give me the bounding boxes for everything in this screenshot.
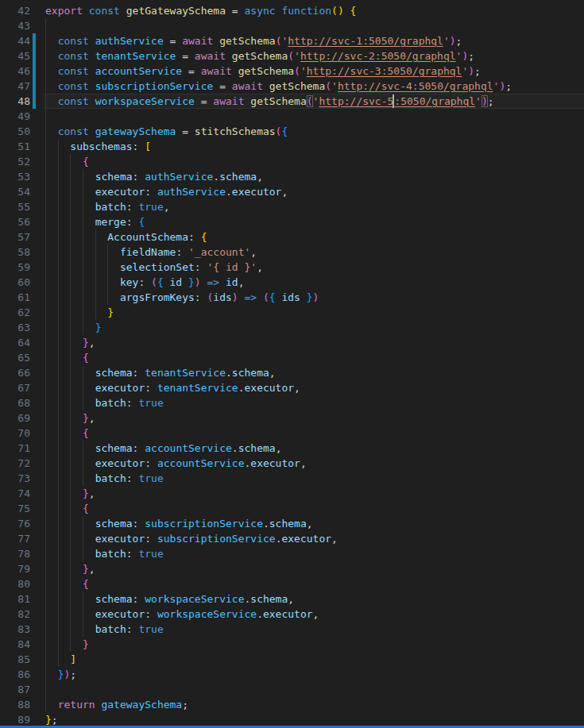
line-number[interactable]: 83 [0,622,44,637]
line-number[interactable]: 65 [0,350,44,365]
line-number[interactable]: 71 [0,441,44,456]
code-line[interactable]: 43 [0,18,584,33]
code-line[interactable]: 49 [0,109,584,124]
code-line[interactable]: 48 const workspaceService = await getSch… [0,94,584,109]
code-editor[interactable]: 42export const getGatewaySchema = async … [0,0,584,728]
code-line[interactable]: 50 const gatewaySchema = stitchSchemas({ [0,124,584,139]
line-number[interactable]: 50 [0,124,44,139]
code-line[interactable]: 64 }, [0,335,584,350]
line-number[interactable]: 87 [0,682,44,697]
line-number[interactable]: 49 [0,109,44,124]
code-line[interactable]: 68 batch: true [0,395,584,410]
url-link-text[interactable]: http://svc-5 [319,95,393,107]
line-number[interactable]: 44 [0,33,44,48]
code-line[interactable]: 83 batch: true [0,622,584,637]
line-number[interactable]: 46 [0,64,44,79]
code-line[interactable]: 80 { [0,576,584,591]
line-number[interactable]: 42 [0,3,44,18]
code-line[interactable]: 85 ] [0,652,584,667]
line-number[interactable]: 68 [0,395,44,410]
line-number[interactable]: 53 [0,169,44,184]
line-number[interactable]: 84 [0,637,44,652]
code-line[interactable]: 46 const accountService = await getSchem… [0,64,584,79]
code-line[interactable]: 44 const authService = await getSchema('… [0,33,584,48]
code-line[interactable]: 81 schema: workspaceService.schema, [0,591,584,607]
line-number[interactable]: 62 [0,305,44,320]
gutter-modified-indicator[interactable] [33,94,36,109]
gutter-modified-indicator[interactable] [33,64,36,79]
code-line[interactable]: 78 batch: true [0,546,584,561]
line-number[interactable]: 76 [0,516,44,531]
code-line[interactable]: 62 } [0,305,584,320]
line-number[interactable]: 61 [0,290,44,305]
line-number[interactable]: 88 [0,697,44,712]
line-number[interactable]: 59 [0,260,44,275]
code-line[interactable]: 57 AccountSchema: { [0,229,584,245]
gutter-modified-indicator[interactable] [33,48,36,64]
line-number[interactable]: 56 [0,214,44,229]
code-line[interactable]: 79 }, [0,561,584,576]
url-link-text[interactable]: http://svc-2:5050/graphql [300,50,456,62]
line-number[interactable]: 55 [0,199,44,214]
code-line[interactable]: 71 schema: accountService.schema, [0,441,584,456]
line-number[interactable]: 77 [0,531,44,546]
code-line[interactable]: 53 schema: authService.schema, [0,169,584,184]
line-number[interactable]: 52 [0,154,44,169]
line-number[interactable]: 43 [0,18,44,33]
code-line[interactable]: 87 [0,682,584,697]
line-number[interactable]: 66 [0,365,44,380]
line-number[interactable]: 85 [0,652,44,667]
code-line[interactable]: 66 schema: tenantService.schema, [0,365,584,380]
line-number[interactable]: 45 [0,48,44,64]
line-number[interactable]: 78 [0,546,44,561]
line-number[interactable]: 73 [0,471,44,486]
code-line[interactable]: 45 const tenantService = await getSchema… [0,48,584,64]
code-line[interactable]: 42export const getGatewaySchema = async … [0,3,584,18]
line-number[interactable]: 81 [0,591,44,607]
code-line[interactable]: 73 batch: true [0,471,584,486]
code-line[interactable]: 84 } [0,637,584,652]
line-number[interactable]: 80 [0,576,44,591]
line-number[interactable]: 67 [0,380,44,395]
line-number[interactable]: 82 [0,607,44,622]
line-number[interactable]: 57 [0,229,44,245]
line-number[interactable]: 75 [0,501,44,516]
line-number[interactable]: 51 [0,139,44,154]
code-line[interactable]: 58 fieldName: '_account', [0,245,584,260]
code-line[interactable]: 51 subschemas: [ [0,139,584,154]
line-number[interactable]: 63 [0,320,44,335]
code-line[interactable]: 70 { [0,426,584,441]
line-number[interactable]: 58 [0,245,44,260]
code-line[interactable]: 55 batch: true, [0,199,584,214]
url-link-text[interactable]: http://svc-4:5050/graphql [338,80,493,92]
code-line[interactable]: 67 executor: tenantService.executor, [0,380,584,395]
line-number[interactable]: 79 [0,561,44,576]
gutter-modified-indicator[interactable] [33,79,36,94]
code-line[interactable]: 47 const subscriptionService = await get… [0,79,584,94]
code-line[interactable]: 75 { [0,501,584,516]
code-line[interactable]: 69 }, [0,410,584,426]
gutter-modified-indicator[interactable] [33,33,36,48]
code-line[interactable]: 60 key: ({ id }) => id, [0,275,584,290]
code-line[interactable]: 54 executor: authService.executor, [0,184,584,199]
code-line[interactable]: 74 }, [0,486,584,501]
line-number[interactable]: 47 [0,79,44,94]
line-number[interactable]: 48 [0,94,44,109]
line-number[interactable]: 54 [0,184,44,199]
code-line[interactable]: 61 argsFromKeys: (ids) => ({ ids }) [0,290,584,305]
code-line[interactable]: 88 return gatewaySchema; [0,697,584,712]
line-number[interactable]: 74 [0,486,44,501]
code-line[interactable]: 63 } [0,320,584,335]
code-line[interactable]: 77 executor: subscriptionService.executo… [0,531,584,546]
code-line[interactable]: 52 { [0,154,584,169]
code-line[interactable]: 56 merge: { [0,214,584,229]
line-number[interactable]: 69 [0,410,44,426]
code-line[interactable]: 86 }); [0,667,584,682]
line-number[interactable]: 64 [0,335,44,350]
url-link-text[interactable]: http://svc-3:5050/graphql [307,65,462,77]
code-line[interactable]: 82 executor: workspaceService.executor, [0,607,584,622]
code-line[interactable]: 76 schema: subscriptionService.schema, [0,516,584,531]
line-number[interactable]: 60 [0,275,44,290]
url-link-text[interactable]: :5050/graphql [394,95,475,107]
line-number[interactable]: 72 [0,456,44,471]
